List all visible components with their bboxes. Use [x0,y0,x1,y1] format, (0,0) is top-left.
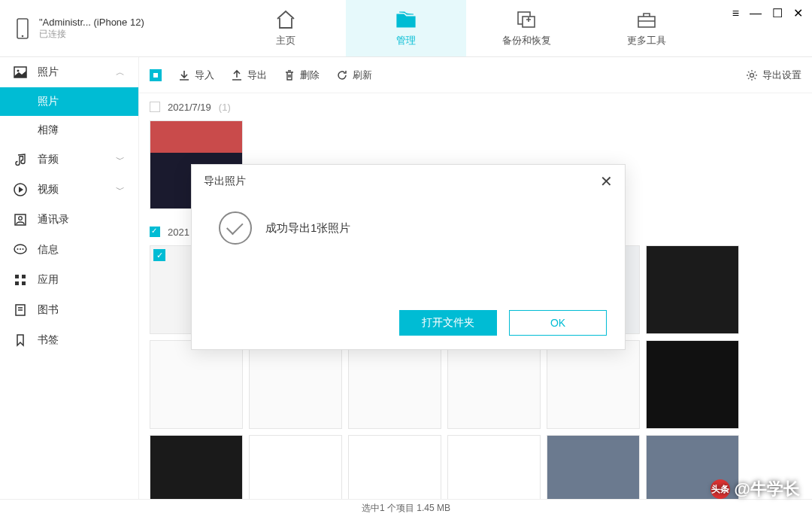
chevron-down-icon: ﹀ [116,154,125,166]
photo-thumb[interactable] [249,340,342,429]
svg-rect-14 [15,275,19,278]
photo-thumb[interactable] [547,435,640,499]
svg-rect-4 [638,17,655,27]
phone-icon [15,18,30,39]
svg-rect-17 [22,281,26,285]
toolbar: 导入 导出 删除 刷新 导出设置 [139,57,812,93]
bookmark-icon [14,333,27,347]
group-checkbox[interactable] [150,227,160,237]
svg-point-11 [17,248,19,250]
svg-point-12 [20,248,21,250]
sidebar-video[interactable]: 视频 ﹀ [0,175,138,205]
device-info: "Administr... (iPhone 12) 已连接 [0,0,226,56]
sidebar-apps[interactable]: 应用 [0,265,138,295]
chat-icon [14,243,27,257]
photo-thumb[interactable] [547,340,640,429]
contact-icon [14,213,27,227]
success-check-icon [219,211,252,245]
folder-icon [395,10,417,29]
watermark: 头条 @牛学长 [710,478,800,500]
book-icon [14,303,27,317]
chevron-up-icon: ︿ [116,66,125,79]
delete-button[interactable]: 删除 [283,68,320,82]
group-header[interactable]: 2021/7/19 (1) [150,93,801,120]
minimize-button[interactable]: — [750,7,762,20]
tab-home[interactable]: 主页 [226,0,346,56]
import-button[interactable]: 导入 [178,68,214,82]
sidebar-sub-photos[interactable]: 照片 [0,87,138,116]
refresh-button[interactable]: 刷新 [336,68,372,82]
export-icon [231,69,243,81]
svg-point-1 [22,35,24,37]
close-button[interactable]: ✕ [793,6,803,20]
device-name: "Administr... (iPhone 12) [39,17,144,28]
photo-thumb[interactable] [447,435,541,499]
toolbox-icon [636,10,657,29]
backup-icon [516,10,537,29]
tab-backup[interactable]: 备份和恢复 [466,0,586,56]
export-button[interactable]: 导出 [231,68,267,82]
menu-icon[interactable]: ≡ [732,7,739,20]
tab-manage[interactable]: 管理 [346,0,466,56]
photo-thumb[interactable] [150,340,243,429]
svg-point-6 [17,70,20,72]
photo-thumb[interactable] [646,340,739,429]
export-dialog: 导出照片 ✕ 成功导出1张照片 打开文件夹 OK [191,164,626,350]
group-checkbox[interactable] [150,102,160,112]
open-folder-button[interactable]: 打开文件夹 [399,310,497,336]
svg-point-9 [19,217,23,220]
sidebar-photos[interactable]: 照片 ︿ [0,57,138,87]
maximize-button[interactable]: ☐ [772,6,783,20]
sidebar-bookmarks[interactable]: 书签 [0,325,138,355]
photo-thumb[interactable] [646,245,739,334]
export-settings-button[interactable]: 导出设置 [746,68,801,82]
device-status: 已连接 [39,28,144,41]
grid-icon [14,273,27,287]
tab-tools[interactable]: 更多工具 [586,0,707,56]
home-icon [275,10,296,29]
chevron-down-icon: ﹀ [116,184,125,196]
photo-thumb[interactable] [249,435,342,499]
svg-rect-15 [22,275,26,278]
ok-button[interactable]: OK [509,310,607,336]
refresh-icon [336,69,348,81]
music-icon [14,153,27,166]
image-icon [14,65,27,79]
sidebar-sub-albums[interactable]: 相簿 [0,116,138,144]
photo-thumb[interactable] [150,435,243,499]
select-all-checkbox[interactable] [150,69,162,81]
photo-thumb[interactable] [348,435,441,499]
trash-icon [283,69,295,81]
sidebar-contacts[interactable]: 通讯录 [0,205,138,235]
sidebar: 照片 ︿ 照片 相簿 音频 ﹀ 视频 ﹀ 通讯录 信息 [0,57,139,499]
dialog-close-button[interactable]: ✕ [600,172,613,190]
sidebar-messages[interactable]: 信息 [0,235,138,265]
sidebar-books[interactable]: 图书 [0,295,138,325]
dialog-title: 导出照片 [204,175,246,188]
photo-thumb[interactable] [348,340,441,429]
svg-rect-16 [15,281,19,285]
play-icon [14,183,27,196]
sidebar-audio[interactable]: 音频 ﹀ [0,144,138,175]
svg-point-13 [23,248,24,250]
import-icon [178,69,190,81]
svg-point-19 [750,73,754,77]
status-bar: 选中1 个项目 1.45 MB [0,499,812,517]
gear-icon [746,69,758,81]
photo-thumb[interactable] [447,340,541,429]
dialog-message: 成功导出1张照片 [265,221,350,236]
